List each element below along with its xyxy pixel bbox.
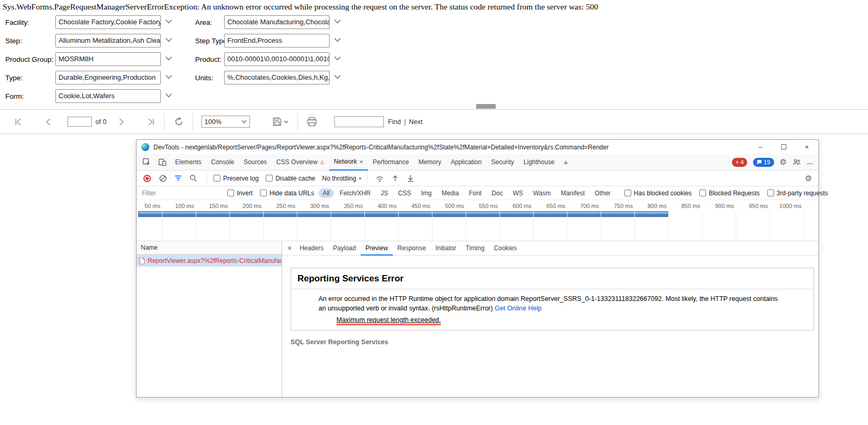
tab-elements[interactable]: Elements <box>170 154 206 171</box>
filter-type-ws[interactable]: WS <box>509 188 527 198</box>
network-conditions-button[interactable] <box>372 175 388 182</box>
save-icon <box>273 117 282 126</box>
issues-count-badge[interactable]: 19 <box>753 158 774 167</box>
filter-type-img[interactable]: Img <box>417 188 436 198</box>
close-icon[interactable]: × <box>359 158 363 166</box>
record-button[interactable] <box>143 175 151 182</box>
step-type-input[interactable]: FrontEnd,Process <box>224 34 330 48</box>
tab-application[interactable]: Application <box>446 154 487 171</box>
first-page-button[interactable] <box>14 118 23 126</box>
step-dropdown-button[interactable] <box>165 37 172 43</box>
previous-page-button[interactable] <box>44 118 53 126</box>
filter-type-wasm[interactable]: Wasm <box>529 188 555 198</box>
product-input[interactable]: 0010-00001\0,0010-00001\1,0010 <box>224 52 330 66</box>
timeline-tick-label: 600 ms <box>513 203 532 209</box>
tab-performance[interactable]: Performance <box>368 154 414 171</box>
device-toolbar-button[interactable] <box>155 158 170 166</box>
export-har-button[interactable] <box>403 174 418 182</box>
units-dropdown-button[interactable] <box>334 74 341 80</box>
detail-tab-initiator[interactable]: Initiator <box>431 241 461 256</box>
filter-type-css[interactable]: CSS <box>394 188 416 198</box>
get-online-help-link[interactable]: Get Online Help <box>495 305 542 312</box>
filter-type-manifest[interactable]: Manifest <box>556 188 589 198</box>
tab-network[interactable]: Network× <box>329 154 368 171</box>
hide-data-urls-checkbox[interactable] <box>260 190 267 196</box>
filter-type-other[interactable]: Other <box>591 188 615 198</box>
close-detail-icon[interactable]: × <box>287 244 292 252</box>
page-number-input[interactable] <box>67 117 92 127</box>
horizontal-scrollbar-thumb[interactable] <box>476 104 496 109</box>
step-label: Step: <box>5 34 22 48</box>
filter-toggle-button[interactable] <box>171 175 186 182</box>
tab-sources[interactable]: Sources <box>239 154 272 171</box>
product-group-dropdown-button[interactable] <box>165 56 172 61</box>
inspect-element-button[interactable] <box>139 158 155 166</box>
more-options-button[interactable]: … <box>807 158 813 166</box>
detail-tab-cookies[interactable]: Cookies <box>489 241 522 256</box>
product-group-input[interactable]: MOSRM8H <box>55 52 161 66</box>
filter-type-doc[interactable]: Doc <box>487 188 507 198</box>
dock-side-icon[interactable] <box>793 158 801 166</box>
next-link[interactable]: Next <box>409 118 422 126</box>
refresh-button[interactable] <box>174 117 184 127</box>
network-overview[interactable]: 50 ms100 ms150 ms200 ms250 ms300 ms350 m… <box>137 200 818 241</box>
detail-tab-payload[interactable]: Payload <box>329 241 361 256</box>
tab-css-overview[interactable]: CSS Overview⚠ <box>272 154 329 171</box>
request-row[interactable]: ReportViewer.aspx?%2fReports-CriticalMan… <box>137 254 282 267</box>
blocked-requests-checkbox[interactable] <box>699 190 706 196</box>
tab-console[interactable]: Console <box>206 154 239 171</box>
throttling-select[interactable]: No throttling ▾ <box>322 175 361 182</box>
area-input[interactable]: Chocolate Manufacturing,Chocola <box>224 15 330 29</box>
tab-lighthouse[interactable]: Lighthouse <box>519 154 560 171</box>
add-tool-button[interactable]: + <box>560 158 573 167</box>
find-input[interactable] <box>334 116 384 127</box>
print-button[interactable] <box>307 117 317 127</box>
filter-type-js[interactable]: JS <box>377 188 392 198</box>
tab-memory[interactable]: Memory <box>413 154 446 171</box>
detail-tab-preview[interactable]: Preview <box>361 241 393 256</box>
step-type-dropdown-button[interactable] <box>334 37 341 43</box>
name-column-header[interactable]: Name <box>137 241 282 254</box>
filter-type-font[interactable]: Font <box>465 188 486 198</box>
form-input[interactable]: Cookie,Lot,Wafers <box>55 89 161 103</box>
facility-input[interactable]: Chocolate Factory,Cookie Factory,I <box>55 15 161 29</box>
type-input[interactable]: Durable,Engineering,Production <box>55 71 161 84</box>
maximize-button[interactable]: ☐ <box>772 140 795 154</box>
clear-icon <box>159 174 167 183</box>
area-dropdown-button[interactable] <box>334 19 341 24</box>
detail-tab-timing[interactable]: Timing <box>461 241 489 256</box>
tab-security[interactable]: Security <box>486 154 518 171</box>
toolbar-separator <box>207 174 207 183</box>
export-button[interactable] <box>273 117 288 126</box>
step-input[interactable]: Alluminum Metallization,Ash Clear <box>55 34 161 48</box>
detail-tab-response[interactable]: Response <box>393 241 431 256</box>
minimize-button[interactable]: – <box>749 140 772 154</box>
filter-type-media[interactable]: Media <box>437 188 463 198</box>
preserve-log-checkbox[interactable] <box>214 175 220 182</box>
network-overview-bar[interactable] <box>138 211 668 217</box>
facility-dropdown-button[interactable] <box>165 19 172 24</box>
filter-type-all[interactable]: All <box>319 188 334 198</box>
close-window-button[interactable]: × <box>795 140 818 154</box>
filter-type-fetch-xhr[interactable]: Fetch/XHR <box>335 188 375 198</box>
network-settings-gear-icon[interactable]: ⚙ <box>805 174 812 183</box>
last-page-button[interactable] <box>147 118 155 126</box>
search-button[interactable] <box>186 174 201 182</box>
product-dropdown-button[interactable] <box>334 56 341 61</box>
settings-gear-icon[interactable]: ⚙ <box>780 157 787 167</box>
disable-cache-checkbox[interactable] <box>266 175 273 182</box>
error-count-badge[interactable]: ×4 <box>732 158 748 167</box>
form-dropdown-button[interactable] <box>165 93 172 98</box>
zoom-select[interactable]: 100% <box>201 116 250 128</box>
third-party-checkbox[interactable] <box>767 190 774 196</box>
clear-button[interactable] <box>155 174 171 183</box>
import-har-button[interactable] <box>388 174 403 182</box>
units-input[interactable]: %,Chocolates,Cookies,Dies,h,Kg,m <box>224 71 330 84</box>
has-blocked-cookies-checkbox[interactable] <box>624 190 631 196</box>
next-page-button[interactable] <box>117 118 126 126</box>
invert-checkbox[interactable] <box>227 190 234 196</box>
find-link[interactable]: Find <box>388 118 401 126</box>
type-dropdown-button[interactable] <box>165 74 172 80</box>
filter-input[interactable] <box>142 188 221 197</box>
detail-tab-headers[interactable]: Headers <box>295 241 328 256</box>
